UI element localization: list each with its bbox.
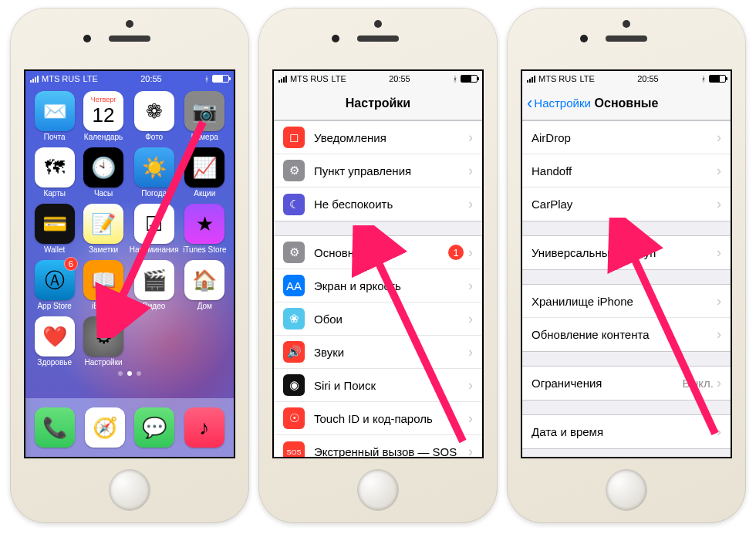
app-ibooks[interactable]: 📖iBooks — [80, 260, 126, 310]
app-label: Акции — [194, 189, 215, 198]
i-sos-icon: SOS — [283, 441, 305, 458]
photos-icon: ❁ — [134, 91, 174, 131]
row-badge: 1 — [448, 245, 464, 260]
i-display-icon: AA — [283, 275, 305, 296]
chevron-right-icon: › — [717, 424, 721, 440]
app-clock[interactable]: 🕙Часы — [80, 147, 126, 198]
app-mail[interactable]: ✉️Почта — [32, 91, 77, 141]
page-dots[interactable] — [25, 371, 234, 376]
carrier-label: MTS RUS — [538, 74, 577, 83]
app-maps[interactable]: 🗺Карты — [32, 147, 77, 198]
row-Touch ID и код-пароль[interactable]: ☉Touch ID и код-пароль› — [274, 402, 482, 435]
general-list[interactable]: AirDrop›Handoff›CarPlay›Универсальный до… — [522, 120, 731, 457]
row-Пункт управления[interactable]: ⚙Пункт управления› — [274, 154, 482, 188]
chevron-right-icon: › — [468, 130, 473, 146]
row-Обои[interactable]: ❀Обои› — [274, 302, 482, 336]
dock-safari[interactable]: 🧭 — [85, 407, 125, 448]
mail-icon: ✉️ — [35, 91, 75, 131]
chevron-right-icon: › — [717, 163, 721, 179]
app-itunes[interactable]: ★iTunes Store — [182, 204, 228, 254]
app-settings[interactable]: ⚙︎1Настройки — [80, 316, 126, 367]
app-label: iBooks — [92, 302, 115, 310]
battery-icon — [709, 75, 726, 83]
itunes-icon: ★ — [184, 204, 224, 244]
app-notes[interactable]: 📝Заметки — [80, 204, 126, 254]
dock-phoneapp[interactable]: 📞 — [35, 407, 75, 448]
row-Хранилище iPhone[interactable]: Хранилище iPhone› — [522, 285, 731, 318]
app-weather[interactable]: ☀️Погода — [130, 147, 179, 198]
app-homekit[interactable]: 🏠Дом — [182, 260, 228, 310]
settings-screen: MTS RUS LTE 20:55 ᚼ Настройки ◻︎Уведомле… — [272, 69, 484, 458]
nav-title: Настройки — [346, 96, 410, 110]
app-label: Почта — [44, 133, 66, 141]
app-wallet[interactable]: 💳Wallet — [32, 204, 77, 254]
app-cal[interactable]: Четверг12Календарь — [80, 91, 126, 141]
home-button[interactable] — [357, 469, 399, 511]
nav-bar: Настройки — [274, 86, 482, 120]
reminders-icon: ☑ — [134, 204, 174, 244]
home-button[interactable] — [606, 469, 647, 511]
row-Siri и Поиск[interactable]: ◉Siri и Поиск› — [274, 369, 482, 402]
settings-list[interactable]: ◻︎Уведомления›⚙Пункт управления›☾Не бесп… — [274, 120, 482, 457]
row-Ограничения[interactable]: ОграниченияВыкл.› — [522, 367, 731, 400]
app-reminders[interactable]: ☑Напоминания — [130, 204, 179, 254]
row-Дата и время[interactable]: Дата и время› — [522, 415, 731, 448]
app-photos[interactable]: ❁Фото — [130, 91, 179, 141]
appstore-icon: Ⓐ6 — [35, 260, 75, 300]
app-stocks[interactable]: 📈Акции — [182, 147, 228, 198]
row-label: Siri и Поиск — [314, 379, 468, 392]
bluetooth-icon: ᚼ — [453, 75, 457, 83]
row-AirDrop[interactable]: AirDrop› — [522, 121, 731, 154]
i-general-icon: ⚙ — [283, 242, 305, 263]
row-Универсальный доступ[interactable]: Универсальный доступ› — [522, 236, 731, 269]
app-label: Напоминания — [130, 245, 179, 254]
app-label: Настройки — [85, 358, 123, 367]
app-label: Камера — [191, 133, 218, 141]
chevron-right-icon: › — [468, 196, 473, 212]
network-label: LTE — [83, 74, 98, 83]
ibooks-icon: 📖 — [83, 260, 123, 300]
nav-back-button[interactable]: ‹ Настройки — [527, 95, 591, 112]
signal-icon — [527, 75, 535, 83]
clock-icon: 🕙 — [83, 147, 123, 188]
app-health[interactable]: ❤️Здоровье — [32, 316, 77, 367]
row-Handoff[interactable]: Handoff› — [522, 154, 731, 188]
dock-msgs[interactable]: 💬 — [134, 407, 174, 448]
row-Экран и яркость[interactable]: AAЭкран и яркость› — [274, 269, 482, 302]
app-label: Wallet — [44, 245, 65, 254]
chevron-right-icon: › — [717, 375, 721, 391]
app-camera[interactable]: 📷Камера — [182, 91, 228, 141]
nav-bar: ‹ Настройки Основные — [522, 86, 731, 120]
app-label: Погода — [141, 189, 167, 198]
row-Уведомления[interactable]: ◻︎Уведомления› — [274, 121, 482, 154]
battery-icon — [461, 75, 478, 83]
row-Основные[interactable]: ⚙Основные1› — [274, 236, 482, 269]
row-Звуки[interactable]: 🔊Звуки› — [274, 336, 482, 369]
app-video[interactable]: 🎬Видео — [130, 260, 179, 310]
general-screen: MTS RUS LTE 20:55 ᚼ ‹ Настройки Основные… — [521, 69, 732, 458]
phone-frame-home: MTS RUS LTE 20:55 ᚼ ✉️ПочтаЧетверг12Кале… — [10, 8, 249, 523]
badge: 1 — [113, 313, 127, 327]
row-label: Обои — [314, 313, 468, 326]
clock-label: 20:55 — [389, 74, 410, 83]
chevron-right-icon: › — [468, 411, 473, 427]
status-bar: MTS RUS LTE 20:55 ᚼ — [25, 71, 234, 86]
bluetooth-icon: ᚼ — [701, 75, 706, 83]
row-Экстренный вызов — SOS[interactable]: SOSЭкстренный вызов — SOS› — [274, 435, 482, 457]
app-appstore[interactable]: Ⓐ6App Store — [32, 260, 77, 310]
app-label: Календарь — [84, 133, 123, 141]
notes-icon: 📝 — [83, 204, 123, 244]
chevron-right-icon: › — [717, 130, 721, 146]
row-Не беспокоить[interactable]: ☾Не беспокоить› — [274, 188, 482, 221]
maps-icon: 🗺 — [35, 147, 75, 188]
network-label: LTE — [332, 74, 346, 83]
home-button[interactable] — [109, 469, 150, 511]
row-label: Универсальный доступ — [532, 246, 717, 259]
dock-music[interactable]: ♪ — [184, 407, 224, 448]
app-label: Заметки — [89, 245, 118, 254]
row-CarPlay[interactable]: CarPlay› — [522, 188, 731, 221]
row-Обновление контента[interactable]: Обновление контента› — [522, 318, 731, 351]
weather-icon: ☀️ — [134, 147, 174, 188]
row-label: Обновление контента — [532, 328, 717, 341]
clock-label: 20:55 — [637, 74, 659, 83]
